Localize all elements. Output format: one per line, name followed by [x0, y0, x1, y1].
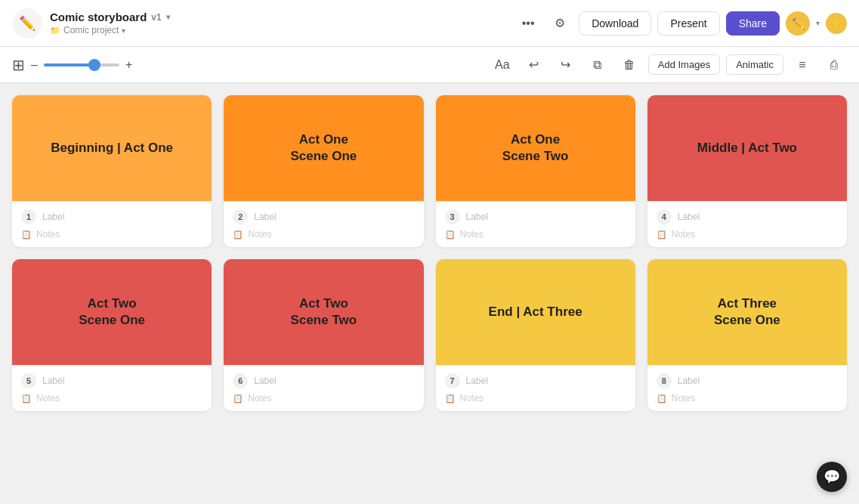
zoom-minus-button[interactable]: –: [31, 58, 38, 72]
card-label: Label: [678, 376, 700, 386]
card-number: 4: [657, 209, 672, 224]
card-label: Label: [466, 376, 488, 386]
card-meta: 4 Label 📋 Notes: [647, 201, 847, 247]
zoom-slider[interactable]: [44, 63, 119, 66]
card-grid: Beginning | Act One 1 Label 📋 Notes Act …: [12, 95, 847, 411]
card-image: Act TwoScene Two: [224, 259, 423, 365]
print-icon: ⎙: [830, 58, 838, 72]
notes-icon: 📋: [21, 230, 32, 240]
avatar-chevron-icon: ▾: [816, 19, 820, 27]
card-notes: Notes: [36, 229, 60, 240]
card-notes: Notes: [248, 229, 271, 240]
share-button[interactable]: Share: [726, 11, 780, 36]
card-7[interactable]: End | Act Three 7 Label 📋 Notes: [436, 259, 635, 411]
card-meta: 2 Label 📋 Notes: [224, 201, 423, 247]
script-button[interactable]: ≡: [789, 52, 815, 78]
card-image: Act TwoScene One: [12, 259, 212, 365]
redo-button[interactable]: ↪: [553, 52, 579, 78]
settings-icon: ⚙: [555, 16, 565, 30]
version-chevron-icon: ▾: [166, 13, 170, 21]
notes-icon: 📋: [445, 394, 456, 404]
card-number: 6: [233, 373, 248, 388]
script-icon: ≡: [799, 58, 805, 72]
card-4[interactable]: Middle | Act Two 4 Label 📋 Notes: [647, 95, 847, 247]
card-image: Act OneScene One: [224, 95, 423, 201]
card-notes: Notes: [36, 393, 60, 404]
undo-icon: ↩: [529, 57, 539, 72]
card-image: Act OneScene Two: [436, 95, 635, 201]
toolbar-left: ⊞ – +: [12, 56, 132, 74]
download-button[interactable]: Download: [579, 11, 651, 36]
notes-icon: 📋: [233, 230, 243, 240]
redo-icon: ↪: [561, 57, 570, 72]
card-8[interactable]: Act ThreeScene One 8 Label 📋 Notes: [647, 259, 847, 411]
header-title-area: Comic storyboard v1 ▾ 📁 Comic project ▾: [50, 11, 170, 36]
card-image: Beginning | Act One: [12, 95, 212, 201]
copy-button[interactable]: ⧉: [585, 52, 610, 78]
avatar: ✏️: [786, 11, 810, 36]
notes-icon: 📋: [657, 230, 667, 240]
card-number: 2: [233, 209, 248, 224]
app-icon: ✏️: [12, 8, 42, 39]
present-button[interactable]: Present: [657, 11, 719, 36]
card-6[interactable]: Act TwoScene Two 6 Label 📋 Notes: [224, 259, 423, 411]
notes-icon: 📋: [233, 394, 243, 404]
card-notes: Notes: [248, 393, 271, 404]
more-button[interactable]: •••: [515, 11, 541, 36]
notes-icon: 📋: [657, 394, 667, 404]
card-label: Label: [42, 212, 64, 222]
card-2[interactable]: Act OneScene One 2 Label 📋 Notes: [224, 95, 423, 247]
toolbar-right: Aa ↩ ↪ ⧉ 🗑 Add Images Animatic ≡ ⎙: [490, 52, 847, 78]
card-notes: Notes: [460, 229, 484, 240]
card-image: Act ThreeScene One: [647, 259, 847, 365]
settings-button[interactable]: ⚙: [547, 11, 573, 36]
card-meta: 1 Label 📋 Notes: [12, 201, 212, 247]
card-notes: Notes: [460, 393, 484, 404]
grid-view-icon[interactable]: ⊞: [12, 56, 25, 74]
card-meta: 7 Label 📋 Notes: [436, 365, 635, 411]
copy-icon: ⧉: [593, 58, 601, 72]
canvas: Beginning | Act One 1 Label 📋 Notes Act …: [0, 83, 859, 504]
card-number: 5: [21, 373, 36, 388]
font-icon: Aa: [495, 58, 510, 72]
notes-icon: 📋: [21, 394, 32, 404]
print-button[interactable]: ⎙: [821, 52, 847, 78]
delete-icon: 🗑: [623, 58, 635, 72]
card-number: 7: [445, 373, 460, 388]
version-label: v1: [151, 12, 161, 23]
bolt-button[interactable]: ⚡: [826, 13, 847, 34]
card-label: Label: [678, 212, 700, 222]
card-number: 1: [21, 209, 36, 224]
card-number: 8: [657, 373, 672, 388]
card-notes: Notes: [672, 229, 695, 240]
notes-icon: 📋: [445, 230, 456, 240]
card-label: Label: [466, 212, 488, 222]
zoom-plus-button[interactable]: +: [125, 58, 132, 72]
card-image: End | Act Three: [436, 259, 635, 365]
card-3[interactable]: Act OneScene Two 3 Label 📋 Notes: [436, 95, 635, 247]
font-button[interactable]: Aa: [490, 52, 515, 78]
delete-button[interactable]: 🗑: [616, 52, 642, 78]
header-actions: ••• ⚙ Download Present Share ✏️ ▾ ⚡: [515, 11, 847, 36]
app-title: Comic storyboard: [50, 11, 147, 23]
project-subtitle: 📁 Comic project ▾: [50, 25, 170, 36]
project-chevron-icon: ▾: [122, 26, 125, 35]
animatic-button[interactable]: Animatic: [726, 54, 783, 75]
toolbar: ⊞ – + Aa ↩ ↪ ⧉ 🗑 Add Images Animatic ≡ ⎙: [0, 47, 859, 83]
undo-button[interactable]: ↩: [521, 52, 547, 78]
card-meta: 8 Label 📋 Notes: [647, 365, 847, 411]
card-label: Label: [254, 376, 276, 386]
chat-button[interactable]: 💬: [817, 462, 847, 492]
card-meta: 5 Label 📋 Notes: [12, 365, 212, 411]
card-label: Label: [42, 376, 64, 386]
card-meta: 6 Label 📋 Notes: [224, 365, 423, 411]
bolt-icon: ⚡: [830, 17, 842, 29]
card-1[interactable]: Beginning | Act One 1 Label 📋 Notes: [12, 95, 212, 247]
add-images-button[interactable]: Add Images: [648, 54, 720, 75]
header: ✏️ Comic storyboard v1 ▾ 📁 Comic project…: [0, 0, 859, 47]
card-5[interactable]: Act TwoScene One 5 Label 📋 Notes: [12, 259, 212, 411]
card-label: Label: [254, 212, 276, 222]
card-notes: Notes: [672, 393, 695, 404]
card-meta: 3 Label 📋 Notes: [436, 201, 635, 247]
card-number: 3: [445, 209, 460, 224]
